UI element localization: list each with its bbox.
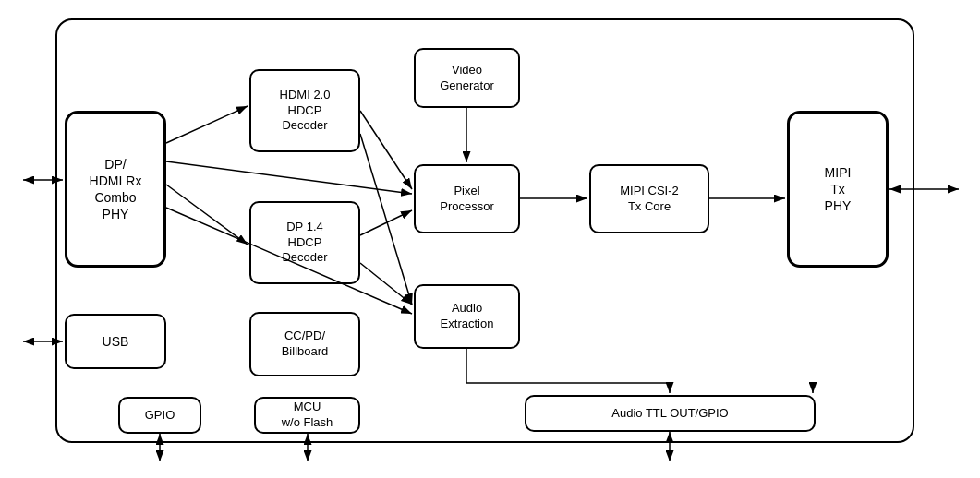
dp-hdmi-phy-label: DP/ HDMI Rx Combo PHY bbox=[90, 156, 142, 223]
mcu-label: MCU w/o Flash bbox=[282, 400, 333, 431]
usb-label: USB bbox=[103, 333, 129, 350]
dp-hdmi-phy-box: DP/ HDMI Rx Combo PHY bbox=[65, 111, 166, 268]
video-gen-label: Video Generator bbox=[440, 63, 494, 94]
mipi-tx-phy-label: MIPI Tx PHY bbox=[825, 164, 852, 215]
mipi-tx-phy-box: MIPI Tx PHY bbox=[787, 111, 889, 268]
audio-extraction-label: Audio Extraction bbox=[441, 301, 494, 332]
cc-pd-box: CC/PD/ Billboard bbox=[249, 312, 360, 376]
hdmi-decoder-box: HDMI 2.0 HDCP Decoder bbox=[249, 69, 360, 152]
mipi-csi2-box: MIPI CSI-2 Tx Core bbox=[589, 164, 709, 233]
diagram-container: DP/ HDMI Rx Combo PHY USB GPIO MCU w/o F… bbox=[0, 0, 980, 478]
cc-pd-label: CC/PD/ Billboard bbox=[282, 329, 329, 360]
dp-decoder-label: DP 1.4 HDCP Decoder bbox=[282, 220, 327, 267]
pixel-proc-box: Pixel Processor bbox=[414, 164, 520, 233]
mipi-csi2-label: MIPI CSI-2 Tx Core bbox=[620, 184, 679, 215]
usb-box: USB bbox=[65, 314, 166, 369]
gpio-label: GPIO bbox=[145, 408, 175, 424]
audio-ttl-box: Audio TTL OUT/GPIO bbox=[525, 395, 816, 432]
hdmi-decoder-label: HDMI 2.0 HDCP Decoder bbox=[280, 88, 331, 135]
dp-decoder-box: DP 1.4 HDCP Decoder bbox=[249, 201, 360, 284]
pixel-proc-label: Pixel Processor bbox=[440, 184, 494, 215]
audio-extraction-box: Audio Extraction bbox=[414, 284, 520, 349]
audio-ttl-label: Audio TTL OUT/GPIO bbox=[611, 406, 728, 422]
gpio-box: GPIO bbox=[118, 397, 201, 434]
video-gen-box: Video Generator bbox=[414, 48, 520, 108]
mcu-box: MCU w/o Flash bbox=[254, 397, 360, 434]
